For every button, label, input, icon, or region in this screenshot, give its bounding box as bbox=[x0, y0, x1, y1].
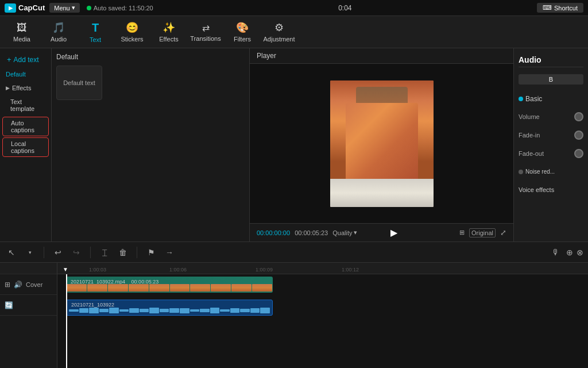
noise-dot bbox=[519, 170, 523, 174]
project-time: 0:04 bbox=[153, 4, 537, 12]
timeline-main: 1:00:03 1:00:06 1:00:09 1:00:12 20210721… bbox=[57, 263, 588, 368]
wave-20 bbox=[260, 308, 270, 314]
keyboard-icon: ⌨ bbox=[543, 4, 552, 12]
redo-button[interactable]: ↪ bbox=[69, 246, 83, 259]
wave-3 bbox=[89, 308, 99, 313]
player-ctrl-icons: ⊞ Original ⤢ bbox=[459, 228, 506, 237]
tool-adjustment[interactable]: ⚙ Adjustment bbox=[262, 18, 296, 46]
frame-6 bbox=[170, 284, 190, 292]
text-template-section[interactable]: Text template bbox=[2, 96, 49, 114]
tool-media[interactable]: 🖼 Media bbox=[5, 18, 39, 46]
wave-18 bbox=[240, 309, 250, 312]
toolbar: 🖼 Media 🎵 Audio T Text 😊 Stickers ✨ Effe… bbox=[0, 16, 588, 48]
right-panel-title: Audio bbox=[519, 53, 583, 67]
toolbar-separator-1 bbox=[44, 247, 44, 258]
tool-audio[interactable]: 🎵 Audio bbox=[41, 18, 76, 46]
fade-in-knob[interactable] bbox=[574, 131, 583, 140]
player-header: Player bbox=[250, 48, 513, 64]
tool-text[interactable]: T Text bbox=[78, 18, 113, 46]
basic-dot bbox=[519, 97, 523, 101]
undo-button[interactable]: ↩ bbox=[51, 246, 65, 259]
frame-2 bbox=[87, 284, 107, 292]
top-bar: ▶ CapCut Menu ▾ Auto saved: 11:50:20 0:0… bbox=[0, 0, 588, 16]
adjustment-icon: ⚙ bbox=[274, 21, 284, 34]
frame-9 bbox=[231, 284, 252, 292]
volume-icon[interactable]: 🔊 bbox=[14, 281, 22, 289]
right-tab-bar: B bbox=[519, 74, 583, 85]
frame-7 bbox=[190, 284, 210, 292]
wave-13 bbox=[190, 309, 200, 312]
toolbar-separator-2 bbox=[90, 247, 91, 258]
left-panel: + Add text Default ▶ Effects Text templa… bbox=[0, 48, 52, 241]
cursor-dropdown[interactable]: ▾ bbox=[23, 246, 37, 259]
cursor-tool[interactable]: ↖ bbox=[5, 246, 18, 259]
shortcut-button[interactable]: ⌨ Shortcut bbox=[537, 3, 583, 13]
playhead[interactable] bbox=[66, 274, 67, 368]
cover-row: ⊞ 🔊 Cover bbox=[0, 274, 57, 295]
wave-6 bbox=[119, 309, 129, 312]
toggle-icon[interactable]: ⊞ bbox=[5, 281, 10, 289]
auto-captions-section[interactable]: Auto captions bbox=[2, 117, 49, 136]
time-current: 00:00:00:00 bbox=[257, 229, 290, 236]
volume-control: Volume bbox=[519, 112, 583, 121]
tool-filters[interactable]: 🎨 Filters bbox=[225, 18, 260, 46]
delete-button[interactable]: 🗑 bbox=[116, 246, 130, 259]
wave-16 bbox=[220, 309, 230, 312]
timeline-body: ⊞ 🔊 Cover 🔄 1:00:03 1:00:06 1:00:09 1:00… bbox=[0, 263, 588, 368]
local-captions-section[interactable]: Local captions bbox=[2, 137, 49, 157]
frame-10 bbox=[252, 284, 272, 292]
flag-button[interactable]: ⚑ bbox=[144, 246, 158, 259]
media-icon: 🖼 bbox=[17, 22, 27, 34]
toolbar-separator-3 bbox=[137, 247, 137, 258]
fullscreen-icon[interactable]: ⤢ bbox=[500, 228, 506, 237]
frame-8 bbox=[211, 284, 231, 292]
wave-11 bbox=[169, 308, 179, 313]
app-logo: ▶ CapCut bbox=[5, 3, 45, 13]
wave-8 bbox=[140, 309, 149, 313]
voice-effects-label: Voice effects bbox=[519, 186, 583, 193]
default-text-card[interactable]: Default text bbox=[56, 66, 102, 100]
wave-2 bbox=[79, 308, 89, 312]
resize-icon[interactable]: ⊞ bbox=[459, 229, 465, 236]
fade-out-label: Fade-out bbox=[519, 150, 544, 157]
zoom-in-icon[interactable]: ⊕ bbox=[566, 248, 573, 257]
wave-1 bbox=[69, 309, 79, 312]
timeline: ↖ ▾ ↩ ↪ ⌶ 🗑 ⚑ → 🎙 ⊕ ⊗ ⊞ 🔊 Cover 🔄 bbox=[0, 241, 588, 368]
frame-3 bbox=[108, 284, 128, 292]
frame-4 bbox=[129, 284, 149, 292]
timeline-toolbar: ↖ ▾ ↩ ↪ ⌶ 🗑 ⚑ → 🎙 ⊕ ⊗ bbox=[0, 242, 588, 263]
cover-label: Cover bbox=[26, 281, 42, 288]
autosave-indicator: Auto saved: 11:50:20 bbox=[87, 5, 153, 12]
audio-clip[interactable]: 20210721_103922 bbox=[66, 300, 273, 316]
split-button[interactable]: ⌶ bbox=[98, 246, 111, 259]
quality-button[interactable]: Quality ▾ bbox=[332, 229, 357, 236]
effects-section[interactable]: ▶ Effects bbox=[2, 82, 49, 94]
noise-reduction-header: Noise red... bbox=[519, 168, 583, 175]
filters-icon: 🎨 bbox=[236, 21, 249, 34]
wave-10 bbox=[160, 309, 169, 312]
tool-effects[interactable]: ✨ Effects bbox=[152, 18, 186, 46]
wave-5 bbox=[109, 308, 119, 314]
default-section[interactable]: Default bbox=[2, 68, 49, 80]
loop-icon[interactable]: 🔄 bbox=[5, 301, 13, 309]
play-button[interactable]: ▶ bbox=[390, 227, 397, 238]
tool-transitions[interactable]: ⇄ Transitions bbox=[188, 18, 223, 46]
video-clip[interactable]: 20210721_103922.mp4 00:00:05:23 bbox=[66, 277, 273, 293]
fade-out-knob[interactable] bbox=[574, 149, 583, 158]
menu-button[interactable]: Menu ▾ bbox=[49, 3, 80, 13]
arrow-right-button[interactable]: → bbox=[163, 246, 176, 259]
wave-15 bbox=[210, 308, 220, 313]
effects-icon: ✨ bbox=[163, 21, 175, 34]
original-label[interactable]: Original bbox=[469, 228, 496, 237]
add-text-button[interactable]: + Add text bbox=[2, 53, 49, 66]
volume-knob[interactable] bbox=[574, 112, 583, 121]
wave-12 bbox=[180, 308, 189, 313]
zoom-out-icon[interactable]: ⊗ bbox=[577, 248, 583, 257]
microphone-icon[interactable]: 🎙 bbox=[549, 246, 563, 259]
player-area: Player 00:00:00:00 00:00:05:23 Quality ▾… bbox=[249, 48, 513, 241]
volume-label: Volume bbox=[519, 113, 540, 120]
tab-b[interactable]: B bbox=[519, 74, 583, 85]
chevron-right-icon: ▶ bbox=[6, 85, 10, 91]
tool-stickers[interactable]: 😊 Stickers bbox=[115, 18, 149, 46]
logo-icon: ▶ bbox=[5, 3, 16, 13]
